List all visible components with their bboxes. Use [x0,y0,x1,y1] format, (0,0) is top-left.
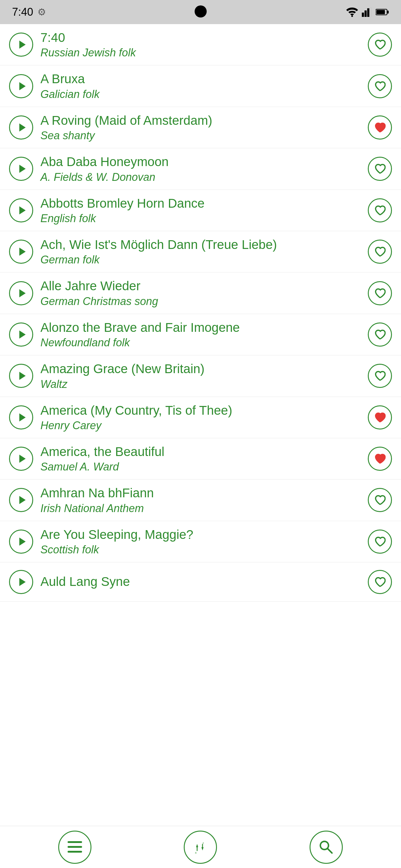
song-info: Amazing Grace (New Britain)Waltz [33,361,368,390]
svg-marker-9 [19,82,26,90]
favorite-button[interactable] [368,530,392,554]
song-title: Alle Jahre Wieder [40,278,361,293]
svg-line-32 [328,848,332,852]
play-button[interactable] [9,198,33,222]
song-info: Aba Daba HoneymoonA. Fields & W. Donovan [33,154,368,183]
song-item: Alonzo the Brave and Fair ImogeneNewfoun… [0,314,401,355]
play-button[interactable] [9,364,33,388]
status-bar: 7:40 ⚙ [0,0,401,24]
song-info: America (My Country, Tis of Thee)Henry C… [33,403,368,432]
svg-marker-21 [19,578,26,586]
song-title: America (My Country, Tis of Thee) [40,403,361,418]
play-button[interactable] [9,405,33,430]
song-subtitle: German folk [40,253,361,266]
play-button[interactable] [9,33,33,57]
song-info: Amhran Na bhFiannIrish National Anthem [33,486,368,515]
song-title: A Roving (Maid of Amsterdam) [40,113,361,128]
favorite-button[interactable] [368,322,392,347]
svg-marker-8 [19,41,26,49]
svg-rect-1 [362,13,364,17]
svg-rect-24 [67,851,82,852]
favorite-button[interactable] [368,364,392,388]
bottom-nav: a z [0,826,401,868]
song-title: Are You Sleeping, Maggie? [40,527,361,542]
song-item: Amhran Na bhFiannIrish National Anthem [0,479,401,521]
song-title: Amhran Na bhFiann [40,486,361,501]
song-subtitle: Russian Jewish folk [40,46,361,59]
play-button[interactable] [9,447,33,471]
favorite-button[interactable] [368,488,392,512]
svg-text:z: z [203,841,204,844]
song-item: A Roving (Maid of Amsterdam)Sea shanty [0,107,401,148]
favorite-button[interactable] [368,74,392,98]
battery-icon [376,7,389,17]
search-button[interactable] [310,831,343,864]
play-button[interactable] [9,116,33,140]
favorite-button[interactable] [368,570,392,594]
svg-rect-7 [376,10,385,14]
song-title: A Bruxa [40,71,361,87]
menu-icon [67,841,82,853]
favorite-button[interactable] [368,116,392,140]
svg-marker-17 [19,413,26,421]
song-item: Auld Lang Syne [0,562,401,601]
play-button[interactable] [9,157,33,181]
song-info: Alonzo the Brave and Fair ImogeneNewfoun… [33,320,368,349]
svg-marker-15 [19,330,26,338]
play-button[interactable] [9,488,33,512]
song-item: Alle Jahre WiederGerman Christmas song [0,273,401,314]
song-info: Auld Lang Syne [33,574,368,589]
svg-rect-6 [388,10,389,13]
play-button[interactable] [9,281,33,305]
song-info: A BruxaGalician folk [33,71,368,100]
menu-button[interactable] [58,831,91,864]
favorite-button[interactable] [368,281,392,305]
svg-marker-19 [19,496,26,504]
song-subtitle: Irish National Anthem [40,502,361,515]
sort-button[interactable]: a z [184,831,217,864]
camera-dot [195,5,207,18]
song-info: Alle Jahre WiederGerman Christmas song [33,278,368,307]
wifi-icon [345,7,359,17]
svg-rect-26 [197,846,198,851]
song-list: 7:40Russian Jewish folkA BruxaGalician f… [0,24,401,601]
song-subtitle: Sea shanty [40,129,361,142]
favorite-button[interactable] [368,240,392,264]
song-title: Auld Lang Syne [40,574,361,589]
play-button[interactable] [9,530,33,554]
song-subtitle: Scottish folk [40,544,361,556]
settings-icon: ⚙ [37,6,46,18]
favorite-button[interactable] [368,157,392,181]
favorite-button[interactable] [368,198,392,222]
favorite-button[interactable] [368,447,392,471]
song-info: Ach, Wie Ist's Möglich Dann (Treue Liebe… [33,237,368,266]
svg-marker-16 [19,372,26,380]
play-button[interactable] [9,74,33,98]
svg-marker-18 [19,455,26,463]
favorite-button[interactable] [368,405,392,430]
song-info: 7:40Russian Jewish folk [33,30,368,59]
song-item: America, the BeautifulSamuel A. Ward [0,438,401,479]
favorite-button[interactable] [368,33,392,57]
play-button[interactable] [9,570,33,594]
svg-rect-2 [365,10,367,17]
svg-rect-23 [67,846,82,848]
play-button[interactable] [9,322,33,347]
signal-icon [362,7,373,17]
status-icons [345,7,389,17]
svg-point-0 [351,16,353,17]
svg-rect-4 [370,7,372,17]
song-title: 7:40 [40,30,361,45]
song-subtitle: German Christmas song [40,295,361,308]
song-title: Aba Daba Honeymoon [40,154,361,169]
sort-icon: a z [192,840,208,855]
song-title: America, the Beautiful [40,444,361,459]
song-title: Ach, Wie Ist's Möglich Dann (Treue Liebe… [40,237,361,252]
play-button[interactable] [9,240,33,264]
song-item: Ach, Wie Ist's Möglich Dann (Treue Liebe… [0,231,401,273]
svg-rect-3 [367,8,369,17]
svg-rect-22 [67,841,82,843]
svg-text:a: a [195,851,197,854]
song-subtitle: Henry Carey [40,419,361,432]
search-icon [318,839,334,855]
